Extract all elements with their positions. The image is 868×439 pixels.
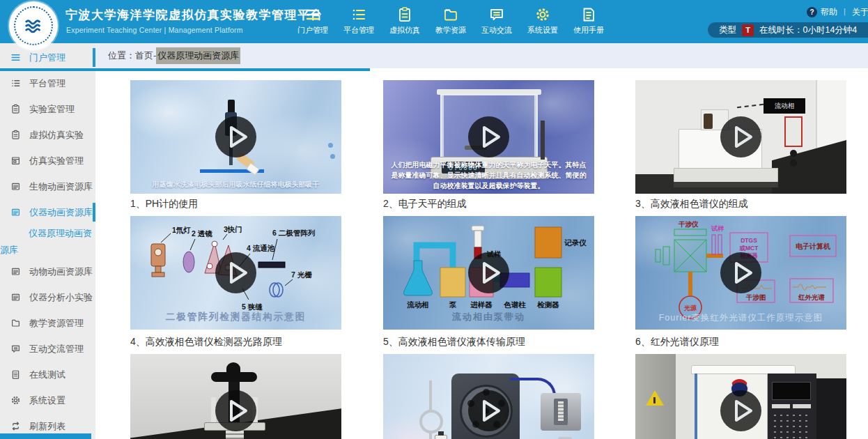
- breadcrumb-current: 仪器原理动画资源库: [156, 47, 240, 64]
- sidebar-item-label: 动物动画资源库: [29, 265, 93, 278]
- chat-icon: [488, 6, 505, 23]
- sidebar-item-label: 仪器分析小实验: [29, 291, 93, 304]
- header-nav-interaction[interactable]: 互动交流: [474, 6, 520, 36]
- folder-icon: [10, 318, 21, 328]
- diagram-label-source: 光源: [683, 305, 697, 311]
- sidebar-item-instrument-animation[interactable]: 仪器动画资源库: [0, 199, 95, 225]
- bottle-cap: [438, 431, 444, 436]
- play-button[interactable]: [215, 116, 257, 158]
- media-icon: [10, 292, 21, 302]
- sidebar-item-virtual-sim[interactable]: 虚拟仿真实验: [0, 122, 95, 148]
- help-link[interactable]: 帮助: [821, 6, 837, 18]
- balance-display: 0.0000: [442, 162, 485, 174]
- play-button[interactable]: [467, 116, 510, 158]
- instrument-front-strip: [674, 182, 778, 187]
- video-thumbnail-press[interactable]: [130, 354, 341, 439]
- sidebar: 门户管理 平台管理 实验室管理 虚拟仿真实验 仿真实验管理 生: [0, 43, 95, 439]
- sidebar-item-laboratory[interactable]: 实验室管理: [0, 96, 95, 122]
- play-button[interactable]: [467, 390, 510, 432]
- diagram-label-computer: 电子计算机: [796, 242, 831, 250]
- play-button[interactable]: [215, 252, 257, 294]
- diagram-label-grating: 7 光栅: [291, 270, 312, 279]
- diagram-label-pump: 泵: [449, 300, 457, 309]
- video-thumbnail-ftir-principle[interactable]: 干涉仪 光源 试样 DTGS 或MCT 检测器 电子计算机 干涉图: [635, 216, 846, 330]
- sidebar-item-animal-animation[interactable]: 动物动画资源库: [0, 259, 95, 284]
- video-thumbnail-gas-chromatograph[interactable]: [635, 354, 846, 439]
- active-indicator: [93, 48, 95, 67]
- header-nav-label: 使用手册: [566, 25, 612, 36]
- header-nav-manual[interactable]: 使用手册: [566, 6, 612, 36]
- video-thumbnail-ph-meter[interactable]: 用蒸馏水洗涤电极头部后用吸水纸仔细将电极头部吸干: [130, 80, 341, 194]
- diagram-label-column: 色谱柱: [503, 300, 526, 309]
- solvent-bottle: [704, 114, 713, 129]
- sidebar-item-label: 在线测试: [29, 369, 65, 381]
- lab-bench: [772, 140, 846, 194]
- sidebar-item-label: 互动交流管理: [29, 343, 84, 355]
- diagram-label-detector: 检测器: [536, 300, 559, 309]
- header-nav-label: 平台管理: [336, 25, 382, 36]
- sidebar-item-online-test[interactable]: 在线测试: [0, 362, 95, 387]
- folder-icon: [442, 6, 459, 23]
- header-nav-platform[interactable]: 平台管理: [336, 6, 382, 36]
- logo-ring: [14, 6, 53, 45]
- video-thumbnail-injection-valve[interactable]: [383, 354, 594, 439]
- link-separator: 丨: [841, 7, 848, 17]
- play-button[interactable]: [467, 252, 510, 294]
- session-pill: 类型 T 在线时长：0小时14分钟4: [708, 22, 868, 38]
- side-monitor: [815, 378, 846, 439]
- play-button[interactable]: [720, 390, 762, 432]
- sidebar-item-portal[interactable]: 门户管理: [0, 45, 95, 70]
- sidebar-item-system-settings[interactable]: 系统设置: [0, 387, 95, 413]
- sidebar-item-label: 仪器动画资源库: [29, 206, 93, 219]
- diagram-label-detector-l1: DTGS: [741, 237, 757, 244]
- sidebar-item-sim-management[interactable]: 仿真实验管理: [0, 148, 95, 174]
- electrode-cap: [228, 100, 235, 114]
- about-link[interactable]: 关于: [852, 6, 868, 18]
- diagram-label-interferogram: 干涉图: [745, 293, 766, 301]
- sidebar-item-label: 系统设置: [29, 394, 65, 407]
- play-button[interactable]: [215, 390, 257, 432]
- video-title: 3、高效液相色谱仪的组成: [635, 198, 858, 210]
- video-title: 6、红外光谱仪原理: [635, 336, 858, 348]
- diagram-label-diode-array: 6 二极管阵列: [272, 229, 316, 237]
- video-thumbnail-hplc-composition[interactable]: 流动相: [635, 80, 846, 194]
- diagram-label-detector-l2: 或MCT: [739, 245, 759, 252]
- header-nav-settings[interactable]: 系统设置: [520, 6, 566, 36]
- header-nav-label: 互动交流: [474, 25, 520, 36]
- list-icon: [350, 6, 367, 23]
- header-nav-label: 系统设置: [520, 25, 566, 36]
- sidebar-item-platform[interactable]: 平台管理: [0, 70, 95, 96]
- sidebar-subitem-instrument-principle[interactable]: 仪器原理动画资源库: [0, 225, 95, 259]
- header-nav-label: 门户管理: [290, 25, 336, 36]
- help-icon[interactable]: ?: [807, 7, 817, 17]
- panel-button: [772, 404, 790, 408]
- app-window: 宁波大学海洋学院虚拟仿真实验教学管理平台 Experiment Teaching…: [0, 0, 868, 439]
- decorative-dot: [328, 143, 333, 148]
- sidebar-item-analysis-experiments[interactable]: 仪器分析小实验: [0, 284, 95, 310]
- video-title: 2、电子天平的组成: [383, 198, 606, 210]
- diagram-label-injector: 进样器: [470, 300, 493, 309]
- sidebar-item-teaching-resources[interactable]: 教学资源管理: [0, 310, 95, 336]
- clipboard-icon: [10, 104, 21, 114]
- diagram-label-lens: 2 透镜: [192, 229, 212, 238]
- video-thumbnail-balance[interactable]: 0.0000 人们把用电磁力平衡被称物体重力的天平称为电子天平。其特点是称量准确…: [383, 80, 594, 194]
- diagram-label-shutter: 3快门: [224, 225, 242, 233]
- diagram-label-recorder: 记录仪: [564, 238, 587, 247]
- video-title: 4、高效液相色谱仪检测器光路原理: [130, 336, 353, 348]
- header-nav-resources[interactable]: 教学资源: [428, 6, 474, 36]
- menu-icon: [304, 6, 321, 23]
- sidebar-item-interaction-management[interactable]: 互动交流管理: [0, 336, 95, 362]
- header-links: ? 帮助 丨 关于 丨 退: [807, 6, 868, 18]
- sidebar-item-bio-animation[interactable]: 生物动画资源库: [0, 174, 95, 199]
- play-button[interactable]: [720, 116, 762, 158]
- doc-lines-icon: [10, 369, 21, 380]
- university-logo: [9, 1, 58, 50]
- video-thumbnail-liquid-transport[interactable]: 试样 流动相 泵 进样器 色谱柱 检测器 记录仪 流动相由泵带动: [383, 216, 594, 330]
- header-nav-portal[interactable]: 门户管理: [290, 6, 336, 36]
- play-button[interactable]: [720, 252, 762, 294]
- header-nav-label: 虚拟仿真: [382, 25, 428, 36]
- header-nav-simulation[interactable]: 虚拟仿真: [382, 6, 428, 36]
- press-handle: [211, 372, 257, 382]
- video-thumbnail-detector-optics[interactable]: 1氘灯 2 透镜 3快门 4 流通池 6 二极管阵列 7 光栅 5 狭缝 二极管…: [130, 216, 341, 330]
- media-icon: [10, 181, 21, 192]
